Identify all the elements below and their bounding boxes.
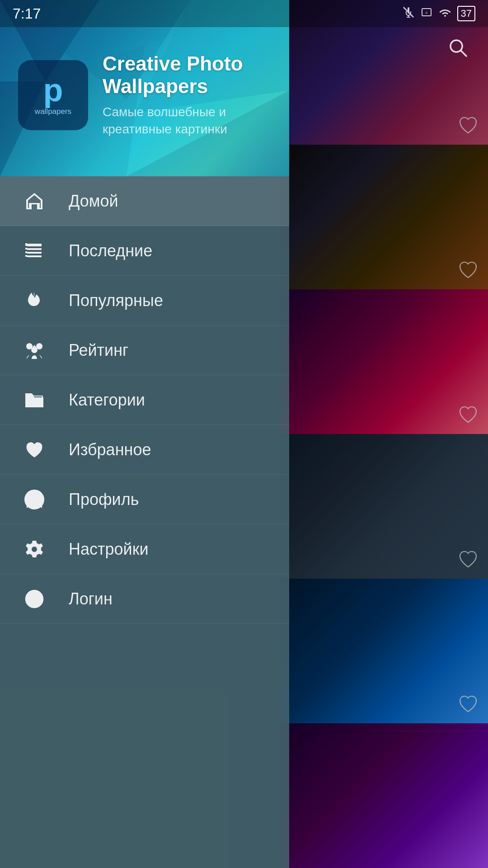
wifi-icon <box>438 6 452 21</box>
folder-icon <box>22 387 47 413</box>
svg-rect-16 <box>25 243 27 246</box>
sidebar-item-login-label: Логин <box>69 590 113 609</box>
sidebar-item-profile[interactable]: Профиль <box>0 475 289 524</box>
recent-icon <box>22 238 47 264</box>
rating-icon <box>22 338 47 363</box>
logo-letter: p <box>43 74 63 106</box>
sidebar-item-popular-label: Популярные <box>69 291 163 310</box>
battery-level: 37 <box>457 6 475 21</box>
logout-icon <box>22 586 47 612</box>
status-time: 7:17 <box>13 5 41 22</box>
sidebar: p wallpapers Creative Photo Wallpapers С… <box>0 0 289 868</box>
sidebar-item-profile-label: Профиль <box>69 490 139 509</box>
sidebar-item-rating-label: Рейтинг <box>69 341 128 360</box>
sidebar-item-home[interactable]: Домой <box>0 176 289 226</box>
svg-text:X: X <box>425 11 428 15</box>
logo-subtext: wallpapers <box>35 107 71 116</box>
sidebar-item-recent-label: Последние <box>69 241 152 260</box>
sidebar-item-categories[interactable]: Категории <box>0 375 289 425</box>
sidebar-item-recent[interactable]: Последние <box>0 226 289 276</box>
svg-line-4 <box>461 51 466 56</box>
sidebar-item-favorites-label: Избранное <box>69 440 151 459</box>
sidebar-item-popular[interactable]: Популярные <box>0 276 289 326</box>
svg-rect-15 <box>27 255 42 257</box>
svg-rect-13 <box>27 248 42 250</box>
svg-rect-14 <box>27 252 42 254</box>
sidebar-menu: Домой Последние <box>0 176 289 868</box>
svg-rect-18 <box>25 251 27 253</box>
sim-icon: X <box>420 6 433 21</box>
search-button[interactable] <box>442 32 474 64</box>
svg-rect-19 <box>25 255 27 257</box>
app-subtitle: Самые волшебные и креативные картинки <box>103 104 271 138</box>
app-title: Creative Photo Wallpapers <box>103 52 271 98</box>
status-icons: X 37 <box>402 6 475 21</box>
sidebar-item-settings[interactable]: Настройки <box>0 524 289 574</box>
svg-point-31 <box>25 490 44 509</box>
sidebar-item-categories-label: Категории <box>69 391 145 410</box>
sidebar-item-settings-label: Настройки <box>69 540 149 559</box>
fire-icon <box>22 288 47 313</box>
app-info: Creative Photo Wallpapers Самые волшебны… <box>103 52 271 138</box>
app-logo: p wallpapers <box>18 60 88 130</box>
mute-icon <box>402 6 415 21</box>
sidebar-item-login[interactable]: Логин <box>0 574 289 624</box>
svg-rect-29 <box>26 404 35 405</box>
sidebar-item-rating[interactable]: Рейтинг <box>0 326 289 375</box>
svg-rect-17 <box>25 248 27 250</box>
svg-rect-28 <box>26 401 42 402</box>
sidebar-item-home-label: Домой <box>69 192 118 211</box>
gear-icon <box>22 537 47 562</box>
person-icon <box>22 487 47 512</box>
status-bar: 7:17 X 37 <box>0 0 488 27</box>
svg-rect-27 <box>26 398 42 399</box>
sidebar-item-favorites[interactable]: Избранное <box>0 425 289 475</box>
svg-rect-12 <box>27 244 42 246</box>
heart-icon <box>22 437 47 462</box>
home-icon <box>22 189 47 214</box>
